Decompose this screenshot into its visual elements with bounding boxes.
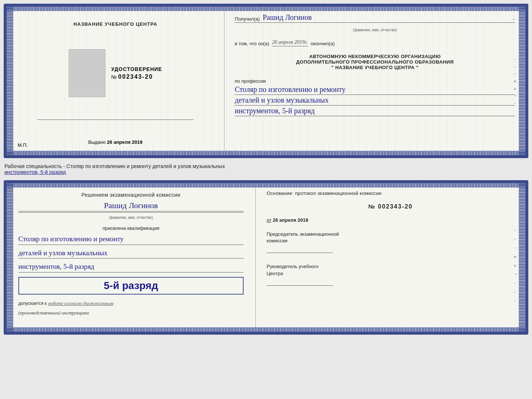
chairman-label2: комиссии	[267, 238, 514, 244]
cert-number: 002343-20	[118, 74, 153, 80]
cert-udostoverenie-block: УДОСТОВЕРЕНИЕ № 002343-20	[111, 66, 162, 80]
head-sig-line	[267, 278, 333, 286]
big-rank-text: 5-й разряд	[104, 280, 158, 291]
completion-date: 26 апреля 2019г.	[272, 39, 308, 46]
spine-right	[519, 7, 525, 155]
date-value: 26 апреля 2019	[273, 217, 308, 223]
qual-line1: Столяр по изготовлению и ремонту	[18, 234, 244, 245]
specialty-line: Рабочая специальность - Столяр по изгото…	[4, 161, 528, 177]
recipient-name-top: Рашид Логинов	[263, 13, 510, 22]
cert-title-top: НАЗВАНИЕ УЧЕБНОГО ЦЕНТРА	[73, 21, 157, 27]
chairman-section: Председатель экзаменационной комиссии	[267, 231, 514, 253]
cert-left: НАЗВАНИЕ УЧЕБНОГО ЦЕНТРА УДОСТОВЕРЕНИЕ №…	[7, 7, 224, 155]
udostoverenie-label: УДОСТОВЕРЕНИЕ	[111, 66, 162, 72]
bottom-right: Основание: протокол экзаменационной коми…	[256, 183, 525, 332]
protocol-prefix: №	[368, 203, 375, 210]
profession-line3: инструментов, 5-й разряд	[235, 106, 515, 116]
completed-label: окончил(а)	[311, 41, 335, 46]
bottom-left: Решением экзаменационной комиссии Рашид …	[7, 183, 256, 332]
chairman-sig-line	[267, 246, 333, 253]
page-wrapper: НАЗВАНИЕ УЧЕБНОГО ЦЕНТРА УДОСТОВЕРЕНИЕ №…	[4, 4, 528, 335]
cert-issued: Выдано 26 апреля 2019	[88, 139, 143, 145]
protocol-num-value: 002343-20	[378, 203, 413, 210]
qual-line2: деталей и узлов музыкальных	[18, 248, 244, 259]
инструкциям-value: (производственным) инструкциям	[18, 310, 89, 316]
cert-right: Получил(а) Рашид Логинов – (фамилия, имя…	[224, 7, 525, 155]
fio-sublabel-top: (фамилия, имя, отчество)	[235, 28, 515, 32]
bottom-recipient-name: Рашид Логинов	[18, 201, 244, 211]
by-profession: по профессии	[235, 78, 266, 84]
spine-right-bottom	[519, 183, 525, 332]
decision-text: Решением экзаменационной комиссии	[18, 192, 244, 198]
assigned-text: присвоена квалификация	[18, 225, 244, 231]
right-side-marks-bottom: – – – и а ← – – –	[514, 228, 518, 303]
org-line2: ДОПОЛНИТЕЛЬНОГО ПРОФЕССИОНАЛЬНОГО ОБРАЗО…	[235, 59, 515, 65]
certificate-card-bottom: Решением экзаменационной комиссии Рашид …	[4, 180, 528, 335]
issued-date: 26 апреля 2019	[107, 139, 143, 145]
допускается-label: допускается к	[18, 301, 47, 306]
in-that-label: в том, что он(а)	[235, 41, 269, 46]
profession-line1: Столяр по изготовлению и ремонту	[235, 84, 515, 95]
head-label2: Центра	[267, 270, 514, 277]
date-label: от	[267, 217, 272, 223]
big-rank-box: 5-й разряд	[18, 277, 244, 295]
osnov-text: Основание: протокол экзаменационной коми…	[267, 190, 514, 196]
photo-placeholder	[69, 49, 105, 97]
number-prefix: №	[111, 74, 117, 80]
protocol-number: № 002343-20	[267, 203, 514, 210]
org-line1: АВТОНОМНУЮ НЕКОММЕРЧЕСКУЮ ОРГАНИЗАЦИЮ	[235, 54, 515, 59]
mp-line: М.П.	[18, 142, 28, 148]
head-label: Руководитель учебного	[267, 263, 514, 270]
specialty-label: Рабочая специальность - Столяр по изгото…	[4, 163, 225, 169]
specialty-underline: инструментов, 5-й разряд	[4, 169, 66, 175]
bottom-fio-sublabel: (фамилия, имя, отчество)	[18, 215, 244, 220]
profession-line2: деталей и узлов музыкальных	[235, 95, 515, 106]
issued-label: Выдано	[88, 139, 105, 145]
certificate-card-top: НАЗВАНИЕ УЧЕБНОГО ЦЕНТРА УДОСТОВЕРЕНИЕ №…	[4, 4, 528, 158]
допускается-value: работе согласно должностным	[48, 300, 114, 306]
date-line: от 26 апреля 2019	[267, 217, 514, 223]
chairman-label: Председатель экзаменационной	[267, 231, 514, 238]
qual-line3: инструментов, 5-й разряд	[18, 261, 244, 272]
received-label: Получил(а)	[235, 16, 260, 22]
side-marks-top: – – – и а ← –	[514, 57, 518, 105]
org-name: " НАЗВАНИЕ УЧЕБНОГО ЦЕНТРА "	[235, 65, 515, 70]
head-section: Руководитель учебного Центра	[267, 263, 514, 285]
